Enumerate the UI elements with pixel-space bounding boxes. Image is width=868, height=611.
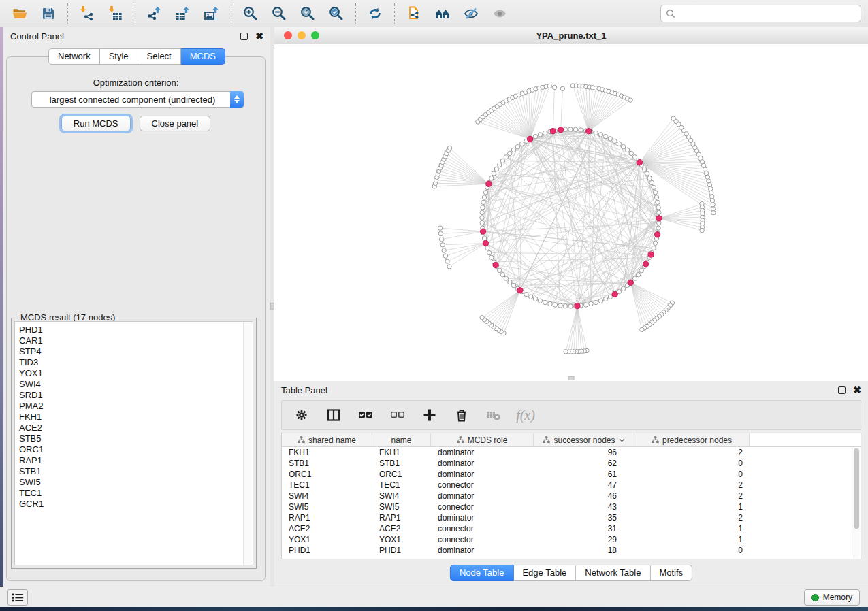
new-network-from-selection-icon[interactable] bbox=[404, 3, 424, 24]
graph-leaf-node[interactable] bbox=[628, 98, 632, 102]
select-all-icon[interactable] bbox=[357, 406, 374, 424]
graph-node[interactable] bbox=[489, 255, 494, 259]
graph-node[interactable] bbox=[500, 272, 504, 276]
graph-node[interactable] bbox=[608, 295, 612, 299]
first-neighbors-icon[interactable] bbox=[432, 3, 453, 24]
table-row[interactable]: TEC1TEC1connector472 bbox=[282, 480, 861, 491]
export-network-icon[interactable] bbox=[144, 3, 165, 24]
graph-node[interactable] bbox=[483, 191, 487, 195]
graph-mcds-hub-node[interactable] bbox=[517, 288, 523, 293]
delete-column-icon[interactable] bbox=[453, 406, 470, 424]
graph-node[interactable] bbox=[653, 191, 657, 195]
result-node-item[interactable]: RAP1 bbox=[19, 455, 253, 466]
column-header-successor-nodes[interactable]: successor nodes bbox=[534, 433, 634, 446]
graph-mcds-hub-node[interactable] bbox=[483, 240, 488, 246]
graph-node[interactable] bbox=[538, 299, 542, 303]
import-table-icon[interactable] bbox=[106, 3, 126, 24]
graph-mcds-hub-node[interactable] bbox=[628, 280, 633, 285]
graph-mcds-hub-node[interactable] bbox=[550, 128, 556, 133]
graph-node[interactable] bbox=[548, 301, 552, 306]
close-table-panel-icon[interactable]: ✖ bbox=[853, 386, 861, 394]
result-node-item[interactable]: SWI4 bbox=[19, 379, 253, 390]
graph-node[interactable] bbox=[636, 272, 640, 276]
column-header-shared-name[interactable]: shared name bbox=[282, 433, 372, 446]
zoom-selected-icon[interactable] bbox=[326, 3, 347, 24]
graph-node[interactable] bbox=[573, 127, 577, 131]
tab-network[interactable]: Network bbox=[48, 48, 100, 65]
graph-leaf-node[interactable] bbox=[439, 237, 443, 242]
graph-leaf-node[interactable] bbox=[711, 211, 716, 215]
table-row[interactable]: ORC1ORC1dominator610 bbox=[282, 469, 861, 480]
graph-node[interactable] bbox=[543, 131, 547, 135]
graph-node[interactable] bbox=[654, 195, 658, 199]
graph-leaf-node[interactable] bbox=[445, 259, 449, 263]
graph-leaf-node[interactable] bbox=[552, 85, 556, 89]
graph-node[interactable] bbox=[482, 236, 486, 240]
criterion-select[interactable]: largest connected component (undirected) bbox=[31, 91, 244, 108]
graph-node[interactable] bbox=[533, 134, 537, 138]
graph-leaf-node[interactable] bbox=[710, 195, 714, 199]
graph-node[interactable] bbox=[617, 142, 621, 146]
zoom-fit-icon[interactable] bbox=[298, 3, 318, 24]
result-node-item[interactable]: SRD1 bbox=[19, 390, 253, 401]
run-mcds-button[interactable]: Run MCDS bbox=[61, 116, 131, 131]
tab-select[interactable]: Select bbox=[138, 48, 181, 65]
result-node-item[interactable]: STB5 bbox=[19, 433, 253, 444]
graph-node[interactable] bbox=[515, 145, 519, 149]
graph-node[interactable] bbox=[594, 131, 598, 135]
graph-leaf-node[interactable] bbox=[443, 254, 447, 258]
result-node-item[interactable]: SWI5 bbox=[19, 477, 253, 488]
graph-node[interactable] bbox=[632, 155, 637, 159]
graph-mcds-hub-node[interactable] bbox=[585, 129, 591, 134]
tab-network-table[interactable]: Network Table bbox=[576, 565, 650, 581]
tab-style[interactable]: Style bbox=[100, 48, 138, 65]
graph-node[interactable] bbox=[621, 286, 625, 291]
graph-node[interactable] bbox=[613, 139, 617, 143]
graph-node[interactable] bbox=[632, 276, 637, 280]
graph-node[interactable] bbox=[511, 148, 515, 152]
graph-node[interactable] bbox=[579, 128, 583, 132]
graph-leaf-node[interactable] bbox=[560, 86, 564, 90]
open-file-icon[interactable] bbox=[10, 3, 30, 24]
graph-node[interactable] bbox=[524, 292, 528, 296]
graph-node[interactable] bbox=[481, 200, 485, 204]
network-canvas[interactable] bbox=[274, 44, 868, 381]
show-all-icon[interactable] bbox=[489, 3, 510, 24]
float-table-panel-icon[interactable] bbox=[838, 386, 846, 394]
result-node-item[interactable]: STP4 bbox=[19, 346, 253, 357]
add-column-icon[interactable] bbox=[421, 406, 438, 424]
graph-mcds-hub-node[interactable] bbox=[637, 160, 642, 165]
graph-node[interactable] bbox=[498, 268, 502, 272]
column-header-name[interactable]: name bbox=[372, 433, 431, 446]
graph-leaf-node[interactable] bbox=[564, 350, 568, 354]
table-row[interactable]: RAP1RAP1dominator352 bbox=[282, 512, 861, 523]
graph-mcds-hub-node[interactable] bbox=[612, 291, 617, 297]
graph-leaf-node[interactable] bbox=[709, 191, 713, 195]
graph-node[interactable] bbox=[494, 167, 498, 171]
graph-node[interactable] bbox=[480, 210, 484, 214]
graph-node[interactable] bbox=[598, 133, 602, 137]
maximize-window-icon[interactable] bbox=[311, 31, 319, 39]
memory-button[interactable]: Memory bbox=[804, 589, 860, 606]
graph-node[interactable] bbox=[625, 148, 629, 152]
graph-node[interactable] bbox=[621, 145, 625, 149]
graph-node[interactable] bbox=[543, 300, 547, 304]
graph-node[interactable] bbox=[553, 303, 557, 307]
graph-node[interactable] bbox=[652, 185, 656, 189]
result-list-scrollbar[interactable] bbox=[243, 323, 252, 564]
result-node-item[interactable]: PHD1 bbox=[19, 325, 253, 335]
task-history-button[interactable] bbox=[7, 589, 28, 606]
graph-mcds-hub-node[interactable] bbox=[558, 127, 564, 133]
graph-mcds-hub-node[interactable] bbox=[654, 232, 660, 237]
export-image-icon[interactable] bbox=[202, 3, 222, 24]
graph-node[interactable] bbox=[489, 176, 494, 180]
graph-node[interactable] bbox=[538, 133, 542, 137]
table-scrollbar[interactable] bbox=[852, 448, 860, 558]
import-network-icon[interactable] bbox=[77, 3, 97, 24]
graph-node[interactable] bbox=[558, 303, 562, 308]
graph-leaf-node[interactable] bbox=[547, 84, 551, 88]
table-row[interactable]: FKH1FKH1dominator962 bbox=[282, 447, 861, 458]
graph-node[interactable] bbox=[594, 300, 598, 304]
graph-leaf-node[interactable] bbox=[438, 231, 443, 235]
graph-node[interactable] bbox=[511, 283, 515, 287]
